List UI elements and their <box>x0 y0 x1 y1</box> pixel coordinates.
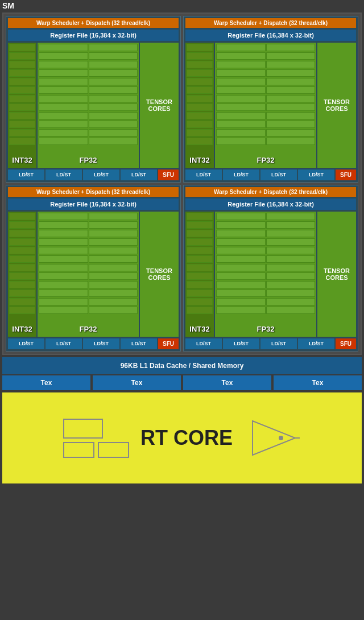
svg-marker-0 <box>253 421 295 455</box>
ldst-3-0: LD/ST <box>185 338 222 349</box>
register-file-0: Register File (16,384 x 32-bit) <box>8 30 179 41</box>
tensor-section-2: TENSOR CORES <box>140 212 179 337</box>
ldst-1-0: LD/ST <box>185 170 222 180</box>
bottom-units-3: LD/ST LD/ST LD/ST LD/ST SFU <box>185 338 356 349</box>
register-file-3: Register File (16,384 x 32-bit) <box>185 199 356 210</box>
rt-core: RT CORE <box>2 392 362 483</box>
ldst-0-1: LD/ST <box>46 170 82 180</box>
bottom-units-0: LD/ST LD/ST LD/ST LD/ST SFU <box>8 170 179 180</box>
int32-section-0: INT32 <box>8 43 36 168</box>
sfu-3: SFU <box>336 338 356 349</box>
ldst-1-2: LD/ST <box>260 170 297 180</box>
cores-grid-area-3: INT32 FP32 TENSOR CORES <box>185 212 356 337</box>
ldst-3-3: LD/ST <box>298 338 334 349</box>
ldst-0-0: LD/ST <box>8 170 44 180</box>
ldst-2-3: LD/ST <box>121 338 157 349</box>
ldst-2-1: LD/ST <box>46 338 82 349</box>
ldst-1-1: LD/ST <box>223 170 259 180</box>
warp-scheduler-0: Warp Scheduler + Dispatch (32 thread/clk… <box>8 18 179 28</box>
quad-1: Warp Scheduler + Dispatch (32 thread/clk… <box>183 16 358 183</box>
int32-section-2: INT32 <box>8 212 36 337</box>
register-file-1: Register File (16,384 x 32-bit) <box>185 30 356 41</box>
fp32-section-1: FP32 <box>215 43 316 168</box>
cores-grid-area-1: INT32 FP32 TENSOR CORES <box>185 43 356 168</box>
ldst-2-2: LD/ST <box>83 338 119 349</box>
bottom-units-1: LD/ST LD/ST LD/ST LD/ST SFU <box>185 170 356 180</box>
int32-section-1: INT32 <box>185 43 214 168</box>
cores-grid-area-0: INT32 FP32 TENSOR CORES <box>8 43 179 168</box>
sfu-1: SFU <box>336 170 356 180</box>
tex-row: Tex Tex Tex Tex <box>2 375 362 390</box>
tensor-section-0: TENSOR CORES <box>140 43 179 168</box>
int32-section-3: INT32 <box>185 212 214 337</box>
fp32-section-2: FP32 <box>38 212 139 337</box>
quad-0: Warp Scheduler + Dispatch (32 thread/clk… <box>6 16 181 183</box>
l1-cache: 96KB L1 Data Cache / Shared Memory <box>2 357 362 374</box>
bottom-units-2: LD/ST LD/ST LD/ST LD/ST SFU <box>8 338 179 349</box>
ldst-3-1: LD/ST <box>223 338 259 349</box>
tex-1: Tex <box>93 375 181 390</box>
rt-box-top <box>63 419 103 439</box>
cores-grid-area-2: INT32 FP32 TENSOR CORES <box>8 212 179 337</box>
warp-scheduler-3: Warp Scheduler + Dispatch (32 thread/clk… <box>185 187 356 197</box>
tensor-section-3: TENSOR CORES <box>317 212 356 337</box>
sfu-2: SFU <box>158 338 179 349</box>
outer-container: Warp Scheduler + Dispatch (32 thread/clk… <box>2 13 362 355</box>
ldst-0-2: LD/ST <box>83 170 119 180</box>
fp32-section-0: FP32 <box>38 43 139 168</box>
quad-3: Warp Scheduler + Dispatch (32 thread/clk… <box>183 185 358 352</box>
warp-scheduler-1: Warp Scheduler + Dispatch (32 thread/clk… <box>185 18 356 28</box>
register-file-2: Register File (16,384 x 32-bit) <box>8 199 179 210</box>
svg-point-1 <box>279 436 283 440</box>
tex-3: Tex <box>274 375 362 390</box>
warp-scheduler-2: Warp Scheduler + Dispatch (32 thread/clk… <box>8 187 179 197</box>
ldst-1-3: LD/ST <box>298 170 334 180</box>
rt-diagram-right <box>250 415 301 461</box>
ldst-0-3: LD/ST <box>121 170 157 180</box>
tensor-section-1: TENSOR CORES <box>317 43 356 168</box>
rt-box-bot-left <box>63 442 94 458</box>
ldst-3-2: LD/ST <box>260 338 297 349</box>
tex-0: Tex <box>2 375 90 390</box>
rt-diagram-left <box>63 419 129 458</box>
sfu-0: SFU <box>158 170 179 180</box>
quads-grid: Warp Scheduler + Dispatch (32 thread/clk… <box>6 16 358 352</box>
ldst-2-0: LD/ST <box>8 338 44 349</box>
rt-box-bot-right <box>98 442 129 458</box>
fp32-section-3: FP32 <box>215 212 316 337</box>
sm-label: SM <box>0 0 364 11</box>
tex-2: Tex <box>183 375 271 390</box>
rt-core-label: RT CORE <box>140 426 233 450</box>
quad-2: Warp Scheduler + Dispatch (32 thread/clk… <box>6 185 181 352</box>
